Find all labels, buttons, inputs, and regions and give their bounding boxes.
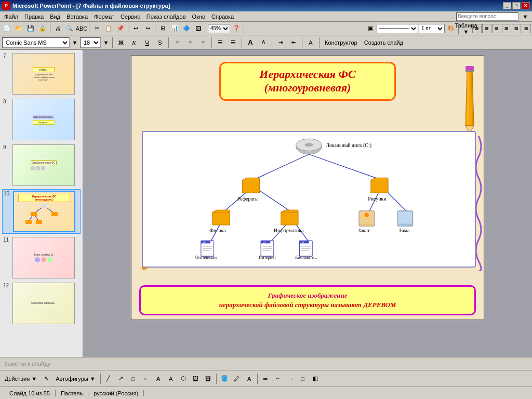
menu-window[interactable]: Окно (189, 12, 209, 21)
svg-line-18 (253, 154, 309, 180)
redo-button[interactable]: ↪ (142, 23, 153, 34)
new-button[interactable]: 📄 (1, 23, 12, 34)
pencil-decoration (459, 63, 477, 136)
copy-button[interactable]: 📋 (103, 23, 114, 34)
print-button[interactable]: 🖨 (52, 23, 63, 34)
align-center-button[interactable]: ≡ (184, 37, 196, 48)
align-right-button[interactable]: ≡ (197, 37, 209, 48)
table-btn-3[interactable]: ▦ (492, 24, 501, 33)
minimize-button[interactable]: _ (503, 2, 511, 9)
font-family-select[interactable]: Comic Sans MS (2, 37, 70, 48)
underline-button[interactable]: Ч (141, 37, 153, 48)
insert-diagram-button[interactable]: 🔷 (181, 23, 192, 34)
select-button[interactable]: ↖ (41, 373, 52, 384)
font-color-button[interactable]: A (305, 37, 316, 48)
arrow-tool[interactable]: ↗ (115, 373, 127, 384)
numbering-button[interactable]: ☰ (228, 37, 239, 48)
font-family-dropdown[interactable]: ▼ (71, 37, 78, 48)
indent-less-button[interactable]: ⇤ (288, 37, 299, 48)
help-button[interactable]: ❓ (231, 23, 242, 34)
cut-button[interactable]: ✂ (91, 23, 102, 34)
autoshapes-button[interactable]: Автофигуры ▼ (53, 373, 98, 384)
rect-tool[interactable]: □ (128, 373, 139, 384)
insert-table-button[interactable]: ⊞ (157, 23, 168, 34)
shadow-draw[interactable]: □ (297, 373, 309, 384)
table-btn-2[interactable]: ▦ (482, 24, 491, 33)
bold-button[interactable]: Ж (115, 37, 127, 48)
table-btn-6[interactable]: ▦ (522, 24, 531, 33)
permission-button[interactable]: 🔒 (37, 23, 48, 34)
slide-thumb-9[interactable]: 9 Одноуровневая ФС (2, 143, 81, 187)
font-size-dropdown[interactable]: ▼ (102, 37, 110, 48)
print-preview-button[interactable]: 🔍 (64, 23, 75, 34)
menu-slideshow[interactable]: Показ слайдов (143, 12, 189, 21)
title-bar-controls[interactable]: _ □ ✕ (503, 2, 530, 9)
help-search-input[interactable] (456, 12, 518, 21)
slide-num-9: 9 (3, 144, 10, 150)
close-button[interactable]: ✕ (522, 2, 530, 9)
help-search-button[interactable]: ▼ (520, 11, 531, 22)
sep4 (155, 23, 155, 34)
line-tool[interactable]: ╱ (103, 373, 114, 384)
spell-button[interactable]: ABC (76, 23, 87, 34)
menu-format[interactable]: Формат (91, 12, 117, 21)
increase-font-button[interactable]: A (245, 37, 256, 48)
menu-edit[interactable]: Правка (21, 12, 47, 21)
table-btn-5[interactable]: ▦ (512, 24, 521, 33)
undo-button[interactable]: ↩ (130, 23, 141, 34)
3d-draw[interactable]: ◧ (310, 373, 321, 384)
font-color-draw[interactable]: A (244, 373, 255, 384)
paste-button[interactable]: 📌 (115, 23, 126, 34)
insert-chart-button[interactable]: 📊 (169, 23, 180, 34)
maximize-button[interactable]: □ (512, 2, 521, 9)
svg-rect-4 (41, 204, 47, 208)
bullets-button[interactable]: ☰ (215, 37, 226, 48)
arrow-style-draw[interactable]: → (285, 373, 296, 384)
svg-text:явления: явления (199, 260, 214, 261)
clipart-draw-tool[interactable]: 🖼 (190, 373, 202, 384)
align-left-button[interactable]: ≡ (171, 37, 183, 48)
slide-thumb-7[interactable]: 7 Инфо... «Директория» или «Папка» файлы… (2, 52, 81, 96)
zoom-select[interactable]: 45% (208, 24, 230, 33)
indent-more-button[interactable]: ⇥ (275, 37, 286, 48)
slide-thumb-10[interactable]: 10 Иерархическая ФС(многоуровн.) (2, 189, 81, 234)
fmt-sep2 (168, 37, 169, 48)
line-style-draw[interactable]: ═ (260, 373, 271, 384)
line-color-draw[interactable]: 🖊 (231, 373, 243, 384)
oval-tool[interactable]: ○ (140, 373, 152, 384)
slide-thumb-12[interactable]: 12 Файловая система... (2, 282, 81, 325)
menu-insert[interactable]: Вставка (63, 12, 91, 21)
slide-thumb-8[interactable]: 8 Одноуровневая... Иерархия... (2, 98, 81, 141)
menu-file[interactable]: Файл (1, 12, 21, 21)
fill-color-draw[interactable]: 🪣 (219, 373, 230, 384)
strikethrough-button[interactable]: S (154, 37, 166, 48)
line-style-select[interactable]: ───────── (377, 24, 418, 33)
menu-view[interactable]: Вид (47, 12, 63, 21)
open-button[interactable]: 📂 (13, 23, 24, 34)
textbox-tool[interactable]: A (153, 373, 164, 384)
menu-tools[interactable]: Сервис (117, 12, 143, 21)
table-btn-1[interactable]: ▦ (472, 24, 482, 33)
line-weight-select[interactable]: 1 пт (419, 24, 445, 33)
italic-button[interactable]: К (128, 37, 140, 48)
diagram-tool[interactable]: ⬡ (178, 373, 189, 384)
table-options-button[interactable]: Таблица ▼ (460, 23, 472, 34)
wordart-tool[interactable]: A (165, 373, 177, 384)
image-tool[interactable]: 🖼 (203, 373, 214, 384)
table-btn-4[interactable]: ▦ (502, 24, 511, 33)
slide-thumbnail-9: Одноуровневая ФС (12, 144, 75, 186)
svg-text:Интернет: Интернет (259, 255, 276, 260)
constructor-button[interactable]: Конструктор (322, 37, 360, 48)
table-draw-button[interactable]: ▣ (365, 23, 376, 34)
svg-rect-35 (212, 212, 230, 225)
fmt-sep4 (242, 37, 242, 48)
save-button[interactable]: 💾 (25, 23, 36, 34)
insert-clipart-button[interactable]: 🖼 (193, 23, 204, 34)
menu-help[interactable]: Справка (208, 12, 237, 21)
font-size-select[interactable]: 18 (80, 37, 101, 48)
slide-thumb-11[interactable]: 11 Текст слайда 11 (2, 236, 81, 280)
create-slide-button[interactable]: Создать слайд (362, 37, 406, 48)
decrease-font-button[interactable]: A (258, 37, 269, 48)
dash-style-draw[interactable]: ╌ (272, 373, 284, 384)
actions-button[interactable]: Действия ▼ (2, 373, 39, 384)
